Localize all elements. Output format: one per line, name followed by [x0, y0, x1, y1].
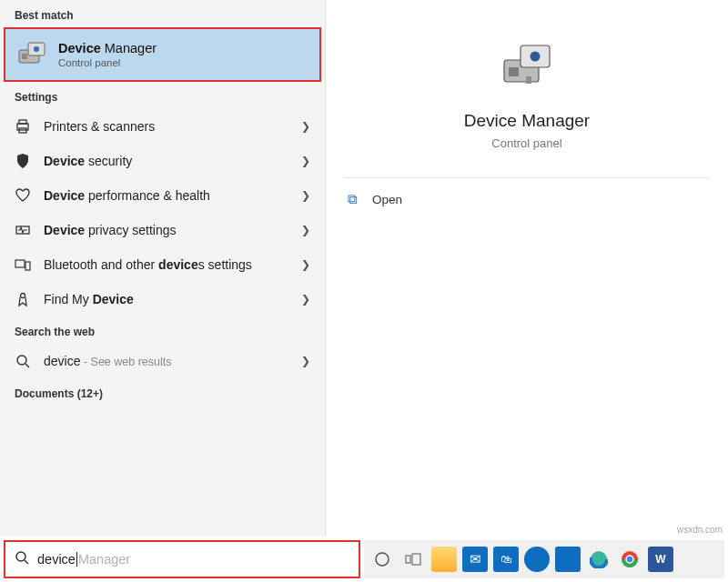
chevron-right-icon: ❯: [301, 155, 310, 167]
chevron-right-icon: ❯: [301, 355, 310, 367]
settings-label: Bluetooth and other devices settings: [44, 257, 294, 272]
section-documents: Documents (12+): [0, 378, 325, 406]
svg-point-27: [626, 556, 633, 563]
settings-item-printers[interactable]: Printers & scanners ❯: [0, 109, 325, 144]
svg-rect-17: [526, 76, 531, 84]
svg-rect-21: [406, 556, 410, 563]
watermark: wsxdn.com: [677, 525, 723, 535]
svg-rect-22: [412, 554, 420, 565]
shield-icon: [13, 151, 33, 171]
diagnostics-icon: [13, 220, 33, 240]
edge-icon[interactable]: [586, 547, 612, 572]
search-input[interactable]: device Manager: [4, 540, 360, 578]
open-button[interactable]: ⧉ Open: [326, 178, 728, 220]
svg-line-19: [25, 560, 28, 564]
chevron-right-icon: ❯: [301, 120, 310, 133]
section-search-web: Search the web: [0, 316, 325, 344]
svg-line-12: [25, 364, 29, 367]
results-panel: Best match Device Manager Control panel …: [0, 0, 326, 537]
settings-item-bluetooth[interactable]: Bluetooth and other devices settings ❯: [0, 247, 325, 282]
taskbar: ✉ 🛍 W: [364, 540, 724, 578]
best-match-text: Device Manager Control panel: [58, 41, 157, 68]
device-manager-icon: [16, 38, 49, 71]
svg-rect-16: [509, 67, 519, 76]
mail-icon[interactable]: ✉: [462, 547, 488, 572]
chevron-right-icon: ❯: [301, 293, 310, 306]
store-icon[interactable]: 🛍: [493, 547, 519, 572]
search-suggestion-text: Manager: [78, 552, 130, 567]
chevron-right-icon: ❯: [301, 224, 310, 236]
open-icon: ⧉: [348, 191, 358, 207]
open-label: Open: [372, 193, 402, 206]
svg-point-2: [34, 46, 39, 52]
settings-item-device-security[interactable]: Device security ❯: [0, 144, 325, 178]
settings-item-device-privacy[interactable]: Device privacy settings ❯: [0, 213, 325, 247]
svg-point-15: [531, 52, 541, 62]
section-settings: Settings: [0, 82, 325, 109]
settings-item-device-performance[interactable]: Device performance & health ❯: [0, 178, 325, 213]
explorer-icon[interactable]: [431, 547, 457, 572]
settings-label: Device performance & health: [44, 188, 294, 203]
search-icon: [13, 351, 33, 371]
web-search-item[interactable]: device - See web results ❯: [0, 344, 325, 378]
printer-icon: [13, 116, 33, 136]
web-search-label: device - See web results: [44, 354, 294, 368]
detail-panel: Device Manager Control panel ⧉ Open: [326, 0, 728, 537]
section-best-match: Best match: [0, 0, 325, 27]
chrome-icon[interactable]: [617, 547, 642, 572]
settings-label: Find My Device: [44, 292, 294, 306]
svg-point-20: [376, 553, 389, 566]
devices-icon: [13, 255, 33, 275]
settings-item-find-my-device[interactable]: Find My Device ❯: [0, 282, 325, 316]
device-manager-large-icon: [498, 36, 556, 95]
settings-label: Device privacy settings: [44, 223, 294, 237]
text-cursor: [76, 552, 77, 567]
location-icon: [13, 289, 33, 309]
svg-point-18: [16, 552, 25, 561]
detail-title: Device Manager: [326, 111, 728, 131]
svg-rect-9: [25, 262, 30, 270]
heart-icon: [13, 186, 33, 206]
svg-rect-3: [22, 54, 27, 59]
settings-label: Printers & scanners: [44, 119, 294, 134]
chevron-right-icon: ❯: [301, 258, 310, 271]
svg-point-10: [21, 294, 25, 298]
task-view-icon[interactable]: [400, 547, 426, 572]
search-typed-text: device: [37, 552, 76, 567]
svg-rect-5: [19, 120, 26, 124]
chevron-right-icon: ❯: [301, 189, 310, 202]
detail-subtitle: Control panel: [326, 136, 728, 150]
app-icon[interactable]: [555, 547, 581, 572]
word-icon[interactable]: W: [648, 547, 673, 572]
footer: device Manager ✉ 🛍 W: [0, 537, 728, 582]
best-match-item[interactable]: Device Manager Control panel: [4, 27, 321, 82]
dell-icon[interactable]: [524, 547, 550, 572]
settings-label: Device security: [44, 154, 294, 168]
cortana-icon[interactable]: [369, 547, 395, 572]
svg-point-11: [17, 356, 26, 365]
svg-rect-8: [15, 260, 25, 267]
search-icon: [15, 550, 30, 569]
